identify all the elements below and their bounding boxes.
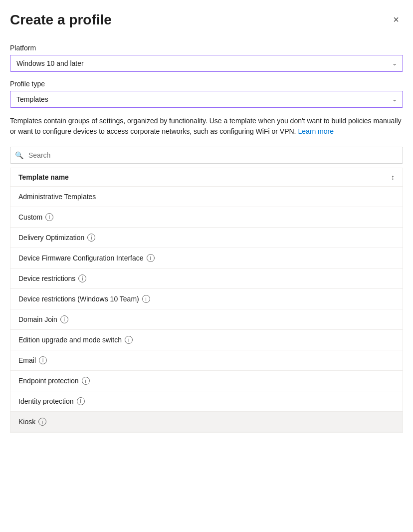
platform-field-group: Platform Windows 10 and later ⌄ [10,44,403,72]
sort-icon[interactable]: ↕ [391,173,395,181]
row-name: Administrative Templates [18,193,96,201]
platform-select-wrapper: Windows 10 and later ⌄ [10,55,403,72]
description-text: Templates contain groups of settings, or… [10,116,403,137]
row-name: Device Firmware Configuration Interface [18,254,144,262]
platform-select[interactable]: Windows 10 and later [10,55,403,72]
profile-type-select[interactable]: Templates [10,91,403,108]
create-profile-panel: Create a profile × Platform Windows 10 a… [0,0,413,532]
search-input[interactable] [10,147,403,164]
close-button[interactable]: × [389,12,403,27]
template-name-column-header: Template name [18,173,69,181]
row-name: Delivery Optimization [18,234,84,242]
table-header-row: Template name ↕ [10,168,403,187]
profile-type-label: Profile type [10,80,403,88]
info-icon[interactable]: i [38,418,46,426]
row-name: Email [18,356,36,364]
row-name: Kiosk [18,418,35,426]
info-icon[interactable]: i [82,377,90,385]
info-icon[interactable]: i [125,336,133,344]
row-name: Domain Join [18,315,57,323]
info-icon[interactable]: i [77,397,85,405]
row-name: Identity protection [18,397,74,405]
panel-title: Create a profile [10,12,112,28]
row-name: Device restrictions [18,274,75,282]
info-icon[interactable]: i [39,356,47,364]
template-table: Template name ↕ Administrative Templates… [10,168,403,433]
learn-more-link[interactable]: Learn more [298,127,334,135]
info-icon[interactable]: i [147,254,155,262]
search-wrapper: 🔍 [10,147,403,164]
info-icon[interactable]: i [60,315,68,323]
table-row[interactable]: Endpoint protection i [10,371,403,391]
table-row[interactable]: Kiosk i [10,412,403,432]
row-name: Edition upgrade and mode switch [18,336,122,344]
info-icon[interactable]: i [45,213,53,221]
info-icon[interactable]: i [142,295,150,303]
row-name: Custom [18,213,42,221]
table-row[interactable]: Device Firmware Configuration Interface … [10,248,403,268]
table-row[interactable]: Device restrictions (Windows 10 Team) i [10,289,403,309]
row-name: Endpoint protection [18,377,79,385]
platform-label: Platform [10,44,403,52]
table-row[interactable]: Domain Join i [10,309,403,330]
table-row[interactable]: Edition upgrade and mode switch i [10,330,403,350]
profile-type-select-wrapper: Templates ⌄ [10,91,403,108]
table-row[interactable]: Device restrictions i [10,268,403,289]
row-name: Device restrictions (Windows 10 Team) [18,295,139,303]
info-icon[interactable]: i [87,234,95,242]
table-row[interactable]: Administrative Templates [10,187,403,207]
info-icon[interactable]: i [78,274,86,282]
profile-type-field-group: Profile type Templates ⌄ [10,80,403,108]
table-row[interactable]: Identity protection i [10,391,403,412]
table-row[interactable]: Email i [10,350,403,371]
table-row[interactable]: Delivery Optimization i [10,228,403,248]
panel-header: Create a profile × [10,12,403,28]
table-row[interactable]: Custom i [10,207,403,228]
